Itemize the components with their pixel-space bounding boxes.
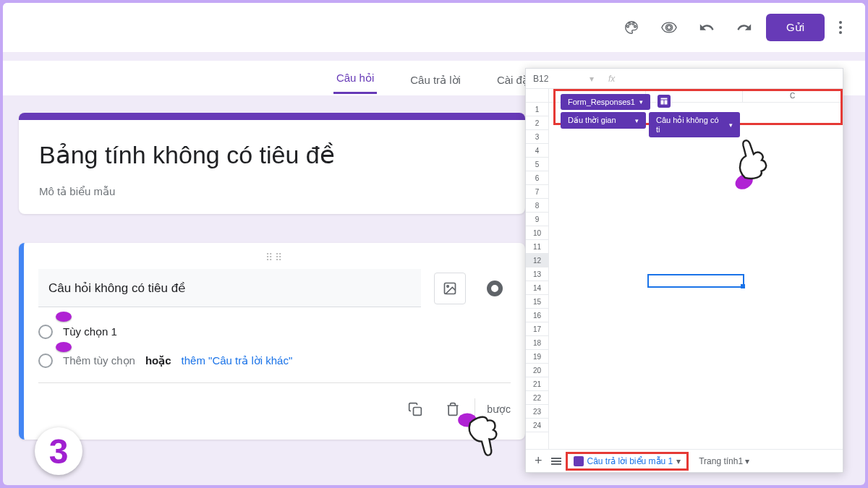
pointer-blob-icon [56,312,72,322]
delete-icon[interactable] [437,393,469,425]
option-1[interactable]: Tùy chọn 1 [38,325,511,339]
copy-icon[interactable] [399,393,431,425]
add-option-row: Thêm tùy chọn hoặc thêm "Câu trả lời khá… [38,354,511,368]
preview-icon[interactable] [653,12,685,43]
title-card: Bảng tính không có tiêu đề Mô tả biểu mẫ… [19,113,525,214]
radio-icon [38,325,53,339]
drag-handle-icon[interactable]: ⠿⠿ [38,252,511,263]
toolbar: Gửi [3,3,865,52]
column-header-2[interactable]: Câu hỏi không có ti▾ [649,112,740,137]
tab-responses[interactable]: Câu trả lời [407,67,464,94]
column-header-1[interactable]: Dấu thời gian▾ [561,112,646,129]
table-header-pill[interactable]: Form_Responses1▾ [561,94,650,110]
tab-questions[interactable]: Câu hỏi [333,64,377,94]
tab-form-responses[interactable]: Câu trả lời biểu mẫu 1▾ [566,452,689,471]
add-sheet-icon[interactable]: + [530,453,547,468]
add-option-text[interactable]: Thêm tùy chọn [63,354,135,367]
or-text: hoặc [145,354,171,367]
cell-name-box[interactable]: B12 [533,74,575,84]
svg-rect-2 [414,408,422,416]
send-button[interactable]: Gửi [766,14,825,41]
formula-bar: B12 ▾ fx [526,69,843,89]
question-type-radio-icon[interactable] [479,273,511,304]
redo-icon[interactable] [728,12,760,43]
image-icon[interactable] [434,273,466,304]
radio-icon [38,354,53,368]
row-headers: 123456789101112131415161718192021222324 [526,89,549,449]
spreadsheet-panel: B12 ▾ fx 1234567891011121314151617181920… [525,68,843,473]
form-icon [574,456,584,466]
add-other-link[interactable]: thêm "Câu trả lời khác" [182,354,293,367]
step-badge: 3 [35,427,82,475]
svg-point-1 [447,285,449,287]
footer-text: bược [487,403,511,415]
undo-icon[interactable] [691,12,723,43]
pointer-blob-icon [56,342,72,352]
option-text[interactable]: Tùy chọn 1 [63,325,117,338]
divider [475,398,475,420]
sheet-footer: + Câu trả lời biểu mẫu 1▾ Trang tính1 ▾ [526,449,843,472]
form-description[interactable]: Mô tả biểu mẫu [39,185,505,198]
table-icon[interactable] [658,95,671,108]
selected-cell[interactable] [647,274,744,288]
fx-icon: fx [608,74,615,84]
form-title[interactable]: Bảng tính không có tiêu đề [39,140,505,169]
palette-icon[interactable] [616,12,647,43]
all-sheets-icon[interactable] [551,458,561,465]
question-card: ⠿⠿ Tùy chọn 1 Thêm tùy chọn hoặc thêm "C… [19,243,525,440]
tab-sheet1[interactable]: Trang tính1 ▾ [693,454,755,468]
question-title-input[interactable] [38,269,421,307]
more-icon[interactable] [830,12,851,43]
